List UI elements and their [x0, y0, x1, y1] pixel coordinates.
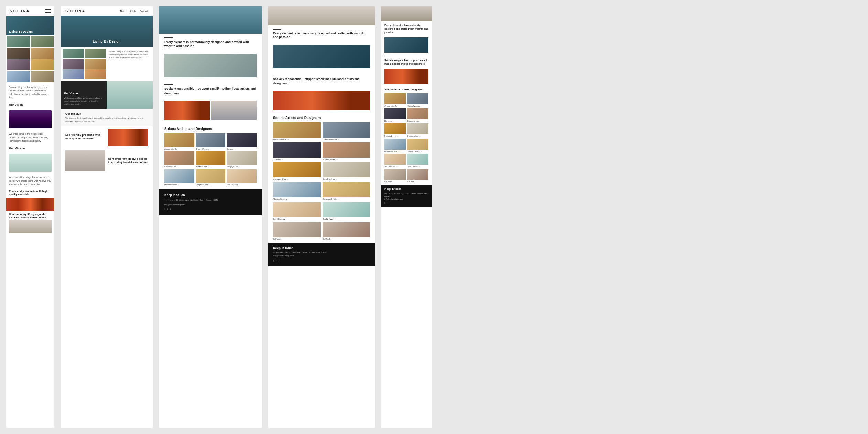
facebook-icon-artists[interactable]: f [273, 260, 274, 263]
instagram-icon-artists[interactable]: i [279, 260, 279, 263]
sidebar-artist-2[interactable]: Cheon Woosun → [407, 93, 428, 107]
artist-img-2 [196, 133, 226, 147]
artist-card-8[interactable]: Sangwook Huh → [196, 169, 226, 186]
sidebar-artist-7[interactable]: Monocollection → [384, 139, 406, 152]
desktop-nav: SOLUNA About Artists Contact [61, 6, 153, 16]
twitter-icon-sidebar[interactable]: t [387, 202, 387, 204]
sidebar-artist-name-2: Cheon Woosun → [407, 105, 428, 107]
mobile-contemp-title: Contemporary lifestyle goods inspired by… [9, 213, 52, 219]
artist-main-7[interactable]: Monocollection → [273, 182, 321, 200]
sidebar-artist-11[interactable]: Sol Yoon → [384, 169, 406, 183]
mobile-hero: Living By Design [6, 16, 54, 35]
artists-heading-1: Every element is harmoniously designed a… [273, 32, 370, 40]
artist-name-2: Cheon Woosun → [196, 148, 226, 150]
hamburger-button[interactable] [45, 9, 51, 13]
sidebar-artist-1[interactable]: Angela Mini Jo → [384, 93, 406, 107]
artist-main-6[interactable]: Kanghyo Lee → [323, 162, 370, 180]
eco-text: Eco-friendly products with high quality … [65, 133, 105, 142]
artist-main-8[interactable]: Sangwook Huh → [323, 182, 370, 200]
artists-top-image [268, 6, 375, 25]
mobile-craft-image [9, 220, 52, 233]
artists-grid-about: Angela Mini Jo → Cheon Woosun → Damoon →… [164, 133, 257, 186]
sidebar-heading-2: Socially responsible – support small/ me… [384, 59, 428, 66]
eco-weave-image [108, 129, 148, 146]
artist-main-name-8: Sangwook Huh → [323, 198, 370, 200]
artist-main-9[interactable]: Seo Srijeong → [273, 202, 321, 220]
thumb-4 [31, 48, 54, 59]
artist-main-name-5: Hyewook Huh → [273, 178, 321, 180]
artist-card-3[interactable]: Damoon → [227, 133, 257, 150]
artists-title-main: Soluna Artists and Designers [273, 116, 370, 120]
sidebar-artist-6[interactable]: Kanghyo Lee → [407, 123, 428, 137]
sidebar-artist-3[interactable]: Damoon → [384, 108, 406, 122]
artist-card-1[interactable]: Angela Mini Jo → [164, 133, 194, 150]
mobile-nav: SOLUNA [6, 6, 54, 16]
sidebar-artist-12[interactable]: Sul Park → [407, 169, 428, 183]
about-heading-2: Socially responsible – support small/ me… [164, 87, 257, 95]
artist-main-11[interactable]: Sol Yoon → [273, 222, 321, 240]
sidebar-artist-10[interactable]: Seulgi Kwon → [407, 154, 428, 167]
sidebar-artist-img-5 [384, 123, 406, 134]
intro-thumb-2 [85, 49, 106, 58]
artist-main-img-6 [323, 162, 370, 177]
instagram-icon[interactable]: i [170, 208, 171, 211]
artist-main-img-4 [323, 142, 370, 158]
twitter-icon-artists[interactable]: t [276, 260, 276, 263]
artist-main-10[interactable]: Seulgi Kwon → [323, 202, 370, 220]
mobile-vision-body: We bring some of the world's best produc… [9, 132, 52, 142]
panel-mobile: SOLUNA Living By Design Soluna Living is… [6, 6, 54, 428]
mobile-mission-body: We connect the things that we use and th… [9, 176, 52, 186]
sidebar-top-image [381, 6, 432, 21]
nav-artists[interactable]: Artists [129, 10, 136, 12]
artist-main-3[interactable]: Damoon → [273, 142, 321, 160]
nav-contact[interactable]: Contact [140, 10, 148, 12]
desktop-logo: SOLUNA [65, 9, 85, 13]
artist-main-5[interactable]: Hyewook Huh → [273, 162, 321, 180]
sidebar-artist-5[interactable]: Hyewook Huh → [384, 123, 406, 137]
artist-card-2[interactable]: Cheon Woosun → [196, 133, 226, 150]
artist-img-1 [164, 133, 194, 147]
vision-dark-panel: Our Vision We bring some of the world's … [61, 81, 107, 109]
eco-title-desktop: Eco-friendly products with high quality … [65, 133, 105, 141]
sidebar-artist-img-4 [407, 108, 428, 119]
artist-main-img-11 [273, 222, 321, 237]
eco-section: Eco-friendly products with high quality … [61, 126, 153, 149]
thumb-8 [31, 71, 54, 82]
sidebar-artist-name-3: Damoon → [384, 120, 406, 122]
mission-row: Our Mission We connect the things that w… [61, 109, 153, 126]
sidebar-artists: Soluna Artists and Designers Angela Mini… [381, 86, 432, 185]
thumb-1 [7, 36, 30, 47]
footer-title-about: Keep in touch [164, 193, 257, 197]
vision-bowl-image [107, 81, 153, 109]
mobile-mission-text: We connect the things that we use and th… [6, 173, 54, 187]
artist-card-5[interactable]: Hyewook Huh → [196, 151, 226, 168]
artists-heading-2: Socially responsible – support small/ me… [273, 77, 370, 86]
footer-title-sidebar: Keep in touch [384, 187, 428, 191]
sidebar-artist-name-1: Angela Mini Jo → [384, 105, 406, 107]
artists-divider-2 [273, 75, 281, 75]
facebook-icon[interactable]: f [164, 208, 165, 211]
about-craft-image [164, 54, 257, 77]
nav-links: About Artists Contact [120, 10, 148, 12]
artist-card-9[interactable]: Seo Srijeong → [227, 169, 257, 186]
artist-main-12[interactable]: Sul Park → [323, 222, 370, 240]
facebook-icon-sidebar[interactable]: f [384, 202, 385, 204]
artist-img-5 [196, 151, 226, 165]
artist-card-4[interactable]: Eunbiurm Lee → [164, 151, 194, 168]
nav-about[interactable]: About [120, 10, 126, 12]
vision-dark-title: Our Vision [64, 91, 103, 95]
mobile-hero-title: Living By Design [9, 30, 33, 33]
instagram-icon-sidebar[interactable]: i [389, 202, 389, 204]
artist-card-7[interactable]: Monocollection → [164, 169, 194, 186]
artist-main-4[interactable]: Eunbiurm Lee → [323, 142, 370, 160]
artist-main-2[interactable]: Cheon Woosun → [323, 122, 370, 140]
twitter-icon[interactable]: t [167, 208, 168, 211]
sidebar-artist-9[interactable]: Seo Srijeong → [384, 154, 406, 167]
mission-label: Our Mission [9, 147, 52, 150]
sidebar-artist-name-5: Hyewook Huh → [384, 135, 406, 137]
sidebar-artist-8[interactable]: Sangwook Huh → [407, 139, 428, 152]
artist-card-6[interactable]: Kanghyo Lee → [227, 151, 257, 168]
sidebar-artist-4[interactable]: Eunbiurm Lee → [407, 108, 428, 122]
intro-thumb-1 [63, 49, 84, 58]
artist-main-1[interactable]: Angela Mini Jo → [273, 122, 321, 140]
